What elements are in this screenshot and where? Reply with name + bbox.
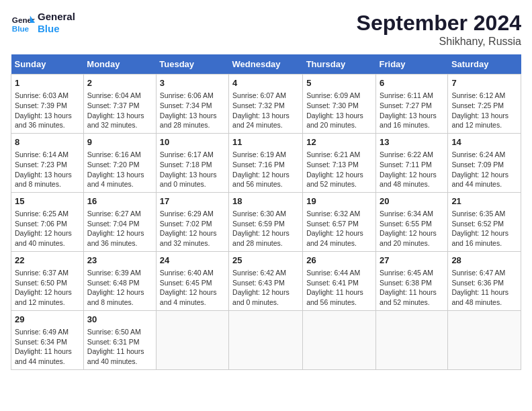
day-number: 12	[306, 136, 372, 148]
day-info: Sunrise: 6:22 AMSunset: 7:11 PMDaylight:…	[380, 150, 444, 189]
calendar-cell: 27Sunrise: 6:45 AMSunset: 6:38 PMDayligh…	[376, 251, 448, 310]
location-text: Shikhany, Russia	[357, 36, 521, 48]
calendar-cell: 3Sunrise: 6:06 AMSunset: 7:34 PMDaylight…	[156, 75, 228, 134]
calendar-cell: 8Sunrise: 6:14 AMSunset: 7:23 PMDaylight…	[11, 133, 84, 192]
col-saturday: Saturday	[448, 54, 521, 75]
day-number: 22	[15, 255, 80, 267]
day-number: 28	[451, 255, 517, 267]
day-number: 24	[160, 255, 225, 267]
calendar-cell: 22Sunrise: 6:37 AMSunset: 6:50 PMDayligh…	[11, 251, 84, 310]
day-number: 8	[15, 136, 80, 148]
logo: General Blue General Blue	[11, 11, 75, 35]
calendar-cell: 28Sunrise: 6:47 AMSunset: 6:36 PMDayligh…	[448, 251, 521, 310]
month-title: September 2024	[357, 11, 521, 36]
day-info: Sunrise: 6:35 AMSunset: 6:52 PMDaylight:…	[451, 209, 517, 248]
calendar-cell: 23Sunrise: 6:39 AMSunset: 6:48 PMDayligh…	[83, 251, 156, 310]
day-number: 19	[306, 195, 372, 208]
col-tuesday: Tuesday	[156, 54, 228, 75]
col-sunday: Sunday	[11, 54, 84, 75]
day-info: Sunrise: 6:34 AMSunset: 6:55 PMDaylight:…	[380, 209, 444, 248]
day-number: 15	[15, 195, 80, 208]
calendar-cell: 21Sunrise: 6:35 AMSunset: 6:52 PMDayligh…	[448, 192, 521, 251]
day-number: 21	[451, 195, 517, 208]
calendar-cell	[448, 310, 521, 369]
calendar-row-4: 22Sunrise: 6:37 AMSunset: 6:50 PMDayligh…	[11, 251, 521, 310]
page-header: General Blue General Blue September 2024…	[11, 11, 521, 48]
col-wednesday: Wednesday	[229, 54, 303, 75]
calendar-cell: 29Sunrise: 6:49 AMSunset: 6:34 PMDayligh…	[11, 310, 84, 369]
day-info: Sunrise: 6:04 AMSunset: 7:37 PMDaylight:…	[87, 91, 152, 130]
calendar-cell: 26Sunrise: 6:44 AMSunset: 6:41 PMDayligh…	[303, 251, 376, 310]
day-number: 7	[451, 77, 517, 89]
calendar-cell: 17Sunrise: 6:29 AMSunset: 7:02 PMDayligh…	[156, 192, 228, 251]
calendar-cell: 6Sunrise: 6:11 AMSunset: 7:27 PMDaylight…	[376, 75, 448, 134]
day-number: 14	[451, 136, 517, 148]
calendar-cell: 19Sunrise: 6:32 AMSunset: 6:57 PMDayligh…	[303, 192, 376, 251]
svg-text:Blue: Blue	[12, 24, 30, 33]
day-info: Sunrise: 6:12 AMSunset: 7:25 PMDaylight:…	[451, 91, 517, 130]
day-info: Sunrise: 6:37 AMSunset: 6:50 PMDaylight:…	[15, 268, 80, 308]
calendar-row-1: 1Sunrise: 6:03 AMSunset: 7:39 PMDaylight…	[11, 75, 521, 134]
calendar-cell: 14Sunrise: 6:24 AMSunset: 7:09 PMDayligh…	[448, 133, 521, 192]
day-number: 16	[87, 195, 152, 208]
calendar-cell	[229, 310, 303, 369]
calendar-cell	[376, 310, 448, 369]
calendar-cell: 15Sunrise: 6:25 AMSunset: 7:06 PMDayligh…	[11, 192, 84, 251]
calendar-cell: 20Sunrise: 6:34 AMSunset: 6:55 PMDayligh…	[376, 192, 448, 251]
day-info: Sunrise: 6:07 AMSunset: 7:32 PMDaylight:…	[232, 91, 299, 130]
day-info: Sunrise: 6:14 AMSunset: 7:23 PMDaylight:…	[15, 150, 80, 189]
calendar-cell: 18Sunrise: 6:30 AMSunset: 6:59 PMDayligh…	[229, 192, 303, 251]
day-number: 6	[380, 77, 444, 89]
calendar-cell: 9Sunrise: 6:16 AMSunset: 7:20 PMDaylight…	[83, 133, 156, 192]
day-number: 1	[15, 77, 80, 89]
day-info: Sunrise: 6:27 AMSunset: 7:04 PMDaylight:…	[87, 209, 152, 248]
calendar-cell	[156, 310, 228, 369]
day-number: 10	[160, 136, 225, 148]
day-info: Sunrise: 6:25 AMSunset: 7:06 PMDaylight:…	[15, 209, 80, 248]
calendar-cell: 7Sunrise: 6:12 AMSunset: 7:25 PMDaylight…	[448, 75, 521, 134]
day-info: Sunrise: 6:21 AMSunset: 7:13 PMDaylight:…	[306, 150, 372, 189]
logo-general-text: General	[38, 11, 75, 23]
day-number: 20	[380, 195, 444, 208]
day-info: Sunrise: 6:06 AMSunset: 7:34 PMDaylight:…	[160, 91, 225, 130]
day-info: Sunrise: 6:29 AMSunset: 7:02 PMDaylight:…	[160, 209, 225, 248]
day-info: Sunrise: 6:32 AMSunset: 6:57 PMDaylight:…	[306, 209, 372, 248]
day-info: Sunrise: 6:50 AMSunset: 6:31 PMDaylight:…	[87, 327, 152, 367]
day-number: 4	[232, 77, 299, 89]
day-number: 26	[306, 255, 372, 267]
day-info: Sunrise: 6:42 AMSunset: 6:43 PMDaylight:…	[232, 268, 299, 308]
day-info: Sunrise: 6:30 AMSunset: 6:59 PMDaylight:…	[232, 209, 299, 248]
calendar-cell: 10Sunrise: 6:17 AMSunset: 7:18 PMDayligh…	[156, 133, 228, 192]
calendar-cell	[303, 310, 376, 369]
title-block: September 2024 Shikhany, Russia	[357, 11, 521, 48]
calendar-header-row: Sunday Monday Tuesday Wednesday Thursday…	[11, 54, 521, 75]
day-info: Sunrise: 6:40 AMSunset: 6:45 PMDaylight:…	[160, 268, 225, 308]
day-number: 23	[87, 255, 152, 267]
day-number: 5	[306, 77, 372, 89]
day-info: Sunrise: 6:44 AMSunset: 6:41 PMDaylight:…	[306, 268, 372, 308]
calendar-row-3: 15Sunrise: 6:25 AMSunset: 7:06 PMDayligh…	[11, 192, 521, 251]
day-number: 18	[232, 195, 299, 208]
calendar-cell: 11Sunrise: 6:19 AMSunset: 7:16 PMDayligh…	[229, 133, 303, 192]
day-number: 13	[380, 136, 444, 148]
calendar-cell: 12Sunrise: 6:21 AMSunset: 7:13 PMDayligh…	[303, 133, 376, 192]
logo-blue-text: Blue	[38, 23, 75, 35]
day-number: 3	[160, 77, 225, 89]
logo-icon: General Blue	[11, 11, 35, 35]
calendar-cell: 16Sunrise: 6:27 AMSunset: 7:04 PMDayligh…	[83, 192, 156, 251]
day-info: Sunrise: 6:24 AMSunset: 7:09 PMDaylight:…	[451, 150, 517, 189]
day-info: Sunrise: 6:11 AMSunset: 7:27 PMDaylight:…	[380, 91, 444, 130]
col-friday: Friday	[376, 54, 448, 75]
day-info: Sunrise: 6:03 AMSunset: 7:39 PMDaylight:…	[15, 91, 80, 130]
day-info: Sunrise: 6:16 AMSunset: 7:20 PMDaylight:…	[87, 150, 152, 189]
day-number: 11	[232, 136, 299, 148]
calendar-row-2: 8Sunrise: 6:14 AMSunset: 7:23 PMDaylight…	[11, 133, 521, 192]
day-info: Sunrise: 6:49 AMSunset: 6:34 PMDaylight:…	[15, 327, 80, 367]
day-info: Sunrise: 6:19 AMSunset: 7:16 PMDaylight:…	[232, 150, 299, 189]
calendar-cell: 4Sunrise: 6:07 AMSunset: 7:32 PMDaylight…	[229, 75, 303, 134]
day-number: 17	[160, 195, 225, 208]
day-number: 2	[87, 77, 152, 89]
col-thursday: Thursday	[303, 54, 376, 75]
day-info: Sunrise: 6:47 AMSunset: 6:36 PMDaylight:…	[451, 268, 517, 308]
day-number: 25	[232, 255, 299, 267]
